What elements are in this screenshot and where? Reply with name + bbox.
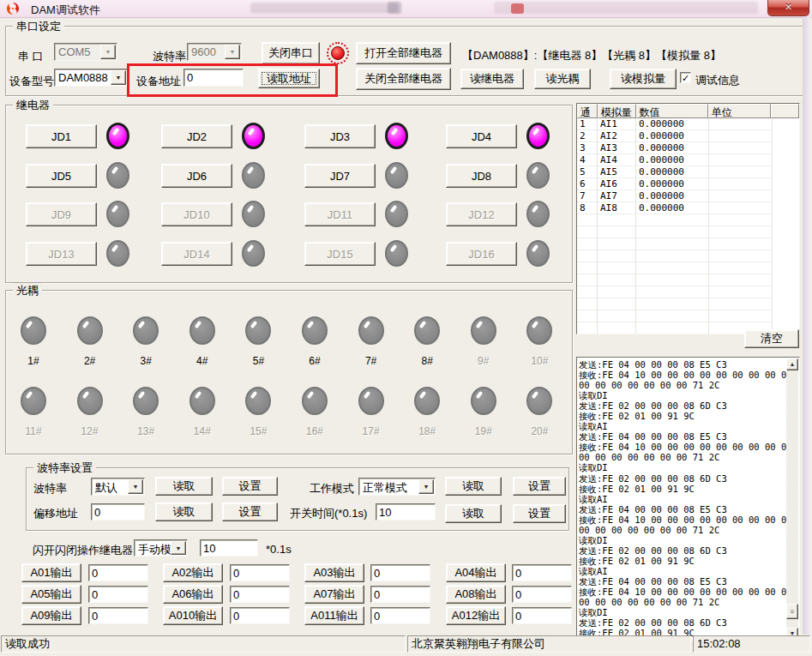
relay-button-JD7[interactable]: JD7: [304, 164, 376, 188]
baud-settings-title: 波特率设置: [33, 460, 96, 476]
chevron-down-icon[interactable]: ▼: [128, 479, 143, 494]
open-all-relays-button[interactable]: 打开全部继电器: [356, 42, 451, 64]
window-scroll-strip[interactable]: [803, 17, 810, 635]
output-button-A06输出[interactable]: A06输出: [163, 585, 223, 604]
device-address-input[interactable]: [183, 69, 244, 87]
output-input-A02输出[interactable]: [230, 564, 290, 581]
relay-button-JD10[interactable]: JD10: [161, 202, 232, 226]
analog-table-row: [577, 298, 799, 310]
analog-table-row: [577, 226, 799, 238]
relay-button-JD12[interactable]: JD12: [446, 202, 517, 226]
output-button-A04输出[interactable]: A04输出: [446, 563, 506, 582]
model-combobox[interactable]: DAM0888 ▼: [54, 69, 128, 87]
relay-button-JD1[interactable]: JD1: [26, 124, 97, 148]
work-mode-combobox[interactable]: 正常模式 ▼: [358, 478, 436, 496]
switch-time-set-button[interactable]: 设置: [513, 504, 566, 523]
relay-led-JD15-icon: [385, 240, 408, 267]
analog-table-cell: [709, 130, 773, 142]
relay-button-JD11[interactable]: JD11: [304, 202, 376, 226]
analog-table-cell: [636, 262, 709, 274]
output-button-A010输出[interactable]: A010输出: [163, 606, 223, 625]
relay-button-JD8[interactable]: JD8: [446, 164, 517, 188]
relay-button-JD15[interactable]: JD15: [304, 242, 376, 266]
output-input-A01输出[interactable]: [88, 564, 148, 581]
scroll-up-icon[interactable]: ▲: [786, 358, 798, 370]
relay-button-JD2[interactable]: JD2: [161, 124, 232, 148]
read-address-button[interactable]: 读取地址: [258, 69, 320, 88]
status-company-panel: 北京聚英翱翔电子有限公司: [407, 635, 691, 653]
close-all-relays-button[interactable]: 关闭全部继电器: [356, 68, 451, 90]
work-mode-value: 正常模式: [363, 480, 419, 496]
output-button-A012输出[interactable]: A012输出: [446, 606, 506, 625]
output-input-A04输出[interactable]: [512, 564, 572, 581]
relay-button-JD16[interactable]: JD16: [446, 242, 517, 266]
close-serial-button[interactable]: 关闭串口: [262, 42, 320, 64]
output-button-A09输出[interactable]: A09输出: [21, 606, 81, 625]
flash-mode-combobox[interactable]: 手动模式 ▼: [134, 539, 188, 557]
offset-read-button[interactable]: 读取: [155, 503, 213, 521]
read-relays-button[interactable]: 读继电器: [460, 69, 524, 89]
log-scrollbar-thumb[interactable]: ≡: [786, 604, 798, 619]
analog-table-cell: AI1: [598, 118, 636, 130]
flash-time-input[interactable]: [200, 539, 258, 557]
relay-button-JD4[interactable]: JD4: [446, 124, 517, 148]
output-input-A03输出[interactable]: [370, 564, 430, 581]
output-input-A05输出[interactable]: [88, 586, 148, 603]
relay-button-JD14[interactable]: JD14: [161, 242, 232, 266]
output-button-A01输出[interactable]: A01输出: [21, 563, 81, 582]
output-button-A02输出[interactable]: A02输出: [163, 563, 223, 582]
debug-info-checkbox[interactable]: ✓: [680, 72, 691, 83]
offset-address-input[interactable]: [91, 503, 145, 521]
output-button-A07输出[interactable]: A07输出: [304, 585, 364, 604]
analog-table-cell: [598, 262, 636, 274]
port-combobox[interactable]: COM5 ▼: [54, 43, 117, 61]
baudrate-combobox[interactable]: 默认 ▼: [91, 478, 145, 496]
work-mode-set-button[interactable]: 设置: [513, 477, 566, 496]
chevron-down-icon[interactable]: ▼: [171, 541, 186, 555]
port-value: COM5: [58, 45, 101, 58]
baudrate-read-button[interactable]: 读取: [155, 477, 213, 496]
offset-set-button[interactable]: 设置: [222, 503, 278, 521]
switch-time-read-button[interactable]: 读取: [445, 504, 502, 523]
output-input-A08输出[interactable]: [512, 586, 572, 603]
clear-log-button[interactable]: 清空: [744, 329, 799, 348]
relay-button-JD5[interactable]: JD5: [26, 164, 97, 188]
work-mode-read-button[interactable]: 读取: [445, 477, 502, 496]
chevron-down-icon[interactable]: ▼: [111, 70, 126, 85]
analog-table-header: 通模拟量数值单位: [577, 104, 799, 118]
relay-button-JD3[interactable]: JD3: [304, 124, 376, 148]
analog-table-cell: AI7: [598, 190, 636, 202]
log-scrollbar-track[interactable]: [786, 358, 798, 640]
chevron-down-icon[interactable]: ▼: [100, 45, 116, 59]
opto-label-19#: 19#: [465, 425, 502, 437]
output-input-A012输出[interactable]: [512, 607, 572, 624]
relay-button-JD9[interactable]: JD9: [26, 202, 97, 226]
output-input-A010输出[interactable]: [230, 607, 290, 624]
output-button-A05输出[interactable]: A05输出: [21, 585, 81, 604]
relay-button-JD6[interactable]: JD6: [161, 164, 232, 188]
output-input-A07输出[interactable]: [370, 586, 430, 603]
output-button-A08输出[interactable]: A08输出: [446, 585, 506, 604]
offset-address-label: 偏移地址: [33, 506, 78, 521]
opto-led-16#-icon: [302, 387, 328, 415]
address-label: 设备地址: [136, 74, 181, 89]
analog-table-cell: [636, 226, 709, 238]
opto-label-5#: 5#: [239, 355, 277, 367]
baud-combobox[interactable]: 9600 ▼: [187, 43, 242, 61]
chevron-down-icon[interactable]: ▼: [225, 45, 240, 59]
read-opto-button[interactable]: 读光耦: [534, 69, 591, 89]
relay-button-JD13[interactable]: JD13: [26, 242, 97, 266]
switch-time-input[interactable]: [376, 503, 436, 521]
opto-led-1#-icon: [21, 316, 46, 345]
output-input-A011输出[interactable]: [370, 607, 430, 624]
output-input-A09输出[interactable]: [88, 607, 148, 624]
output-button-A03输出[interactable]: A03输出: [304, 563, 364, 582]
output-input-A06输出[interactable]: [230, 586, 290, 603]
close-button[interactable]: ✕: [767, 0, 809, 16]
output-button-A011输出[interactable]: A011输出: [304, 606, 364, 625]
chevron-down-icon[interactable]: ▼: [418, 479, 434, 494]
debug-log-box[interactable]: 发送:FE 04 00 00 00 08 E5 C3 接收:FE 04 10 0…: [576, 357, 800, 641]
baudrate-set-button[interactable]: 设置: [222, 477, 278, 496]
read-analog-button[interactable]: 读模拟量: [610, 69, 677, 89]
opto-label-11#: 11#: [15, 425, 52, 437]
